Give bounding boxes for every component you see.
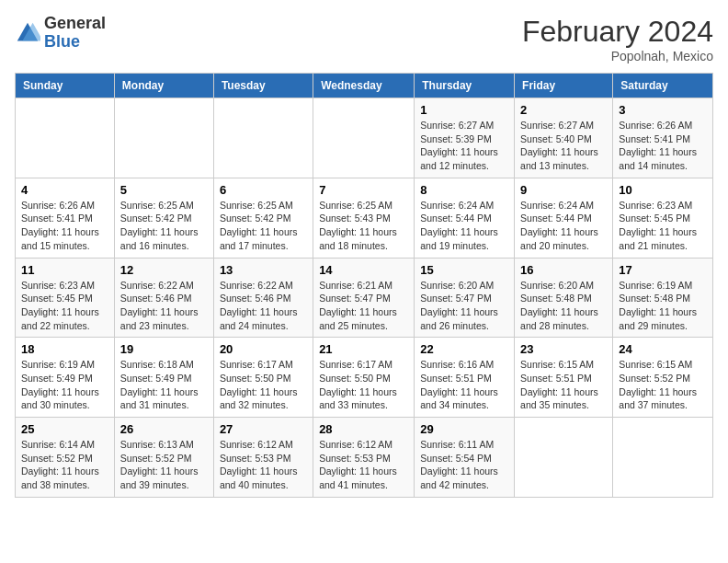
day-number: 23 — [520, 342, 607, 356]
day-number: 3 — [619, 103, 707, 117]
header-tuesday: Tuesday — [213, 74, 313, 98]
day-info: Sunrise: 6:25 AMSunset: 5:42 PMDaylight:… — [120, 199, 208, 253]
day-cell: 10Sunrise: 6:23 AMSunset: 5:45 PMDayligh… — [613, 178, 713, 258]
day-info: Sunrise: 6:20 AMSunset: 5:48 PMDaylight:… — [520, 279, 607, 333]
day-cell: 27Sunrise: 6:12 AMSunset: 5:53 PMDayligh… — [213, 418, 313, 498]
day-info: Sunrise: 6:26 AMSunset: 5:41 PMDaylight:… — [21, 199, 108, 253]
day-number: 12 — [120, 263, 208, 277]
day-cell: 24Sunrise: 6:15 AMSunset: 5:52 PMDayligh… — [613, 338, 713, 418]
calendar-table: Sunday Monday Tuesday Wednesday Thursday… — [15, 73, 713, 498]
day-info: Sunrise: 6:27 AMSunset: 5:40 PMDaylight:… — [520, 119, 607, 173]
week-row-4: 25Sunrise: 6:14 AMSunset: 5:52 PMDayligh… — [16, 418, 713, 498]
day-cell: 6Sunrise: 6:25 AMSunset: 5:42 PMDaylight… — [213, 178, 313, 258]
day-cell — [16, 98, 115, 178]
calendar-header: Sunday Monday Tuesday Wednesday Thursday… — [16, 74, 713, 98]
day-info: Sunrise: 6:20 AMSunset: 5:47 PMDaylight:… — [420, 279, 508, 333]
page-header: General Blue February 2024 Popolnah, Mex… — [15, 15, 713, 63]
day-number: 26 — [120, 422, 208, 436]
day-info: Sunrise: 6:25 AMSunset: 5:42 PMDaylight:… — [220, 199, 307, 253]
day-number: 17 — [619, 263, 707, 277]
day-cell: 9Sunrise: 6:24 AMSunset: 5:44 PMDaylight… — [515, 178, 613, 258]
day-info: Sunrise: 6:15 AMSunset: 5:52 PMDaylight:… — [619, 358, 707, 412]
day-cell — [313, 98, 415, 178]
month-title: February 2024 — [522, 15, 713, 49]
day-number: 11 — [21, 263, 108, 277]
day-number: 9 — [520, 183, 607, 197]
day-number: 10 — [619, 183, 707, 197]
header-row: Sunday Monday Tuesday Wednesday Thursday… — [16, 74, 713, 98]
day-cell — [613, 418, 713, 498]
day-info: Sunrise: 6:11 AMSunset: 5:54 PMDaylight:… — [420, 438, 508, 492]
header-sunday: Sunday — [16, 74, 115, 98]
day-number: 21 — [319, 342, 408, 356]
day-cell — [213, 98, 313, 178]
day-cell — [515, 418, 613, 498]
day-cell: 11Sunrise: 6:23 AMSunset: 5:45 PMDayligh… — [16, 258, 115, 338]
week-row-3: 18Sunrise: 6:19 AMSunset: 5:49 PMDayligh… — [16, 338, 713, 418]
week-row-1: 4Sunrise: 6:26 AMSunset: 5:41 PMDaylight… — [16, 178, 713, 258]
day-cell: 3Sunrise: 6:26 AMSunset: 5:41 PMDaylight… — [613, 98, 713, 178]
day-cell: 25Sunrise: 6:14 AMSunset: 5:52 PMDayligh… — [16, 418, 115, 498]
day-number: 25 — [21, 422, 108, 436]
day-cell: 2Sunrise: 6:27 AMSunset: 5:40 PMDaylight… — [515, 98, 613, 178]
day-cell: 12Sunrise: 6:22 AMSunset: 5:46 PMDayligh… — [114, 258, 213, 338]
day-cell: 18Sunrise: 6:19 AMSunset: 5:49 PMDayligh… — [16, 338, 115, 418]
day-number: 19 — [120, 342, 208, 356]
header-wednesday: Wednesday — [313, 74, 415, 98]
calendar-body: 1Sunrise: 6:27 AMSunset: 5:39 PMDaylight… — [16, 98, 713, 498]
day-info: Sunrise: 6:24 AMSunset: 5:44 PMDaylight:… — [420, 199, 508, 253]
day-number: 2 — [520, 103, 607, 117]
day-info: Sunrise: 6:26 AMSunset: 5:41 PMDaylight:… — [619, 119, 707, 173]
day-info: Sunrise: 6:16 AMSunset: 5:51 PMDaylight:… — [420, 358, 508, 412]
day-info: Sunrise: 6:17 AMSunset: 5:50 PMDaylight:… — [319, 358, 408, 412]
day-number: 7 — [319, 183, 408, 197]
day-number: 14 — [319, 263, 408, 277]
day-info: Sunrise: 6:14 AMSunset: 5:52 PMDaylight:… — [21, 438, 108, 492]
day-info: Sunrise: 6:23 AMSunset: 5:45 PMDaylight:… — [21, 279, 108, 333]
day-info: Sunrise: 6:22 AMSunset: 5:46 PMDaylight:… — [120, 279, 208, 333]
day-number: 27 — [220, 422, 307, 436]
day-info: Sunrise: 6:19 AMSunset: 5:49 PMDaylight:… — [21, 358, 108, 412]
day-number: 16 — [520, 263, 607, 277]
day-number: 20 — [220, 342, 307, 356]
day-number: 6 — [220, 183, 307, 197]
day-info: Sunrise: 6:12 AMSunset: 5:53 PMDaylight:… — [220, 438, 307, 492]
title-block: February 2024 Popolnah, Mexico — [522, 15, 713, 63]
day-cell: 15Sunrise: 6:20 AMSunset: 5:47 PMDayligh… — [415, 258, 515, 338]
day-cell: 23Sunrise: 6:15 AMSunset: 5:51 PMDayligh… — [515, 338, 613, 418]
day-number: 15 — [420, 263, 508, 277]
day-info: Sunrise: 6:19 AMSunset: 5:48 PMDaylight:… — [619, 279, 707, 333]
day-cell: 8Sunrise: 6:24 AMSunset: 5:44 PMDaylight… — [415, 178, 515, 258]
logo-general: General — [44, 15, 106, 33]
day-number: 24 — [619, 342, 707, 356]
day-info: Sunrise: 6:25 AMSunset: 5:43 PMDaylight:… — [319, 199, 408, 253]
day-cell: 13Sunrise: 6:22 AMSunset: 5:46 PMDayligh… — [213, 258, 313, 338]
day-cell: 14Sunrise: 6:21 AMSunset: 5:47 PMDayligh… — [313, 258, 415, 338]
header-friday: Friday — [515, 74, 613, 98]
week-row-2: 11Sunrise: 6:23 AMSunset: 5:45 PMDayligh… — [16, 258, 713, 338]
day-number: 13 — [220, 263, 307, 277]
day-number: 28 — [319, 422, 408, 436]
day-number: 5 — [120, 183, 208, 197]
day-cell: 28Sunrise: 6:12 AMSunset: 5:53 PMDayligh… — [313, 418, 415, 498]
day-number: 8 — [420, 183, 508, 197]
day-info: Sunrise: 6:15 AMSunset: 5:51 PMDaylight:… — [520, 358, 607, 412]
day-cell: 26Sunrise: 6:13 AMSunset: 5:52 PMDayligh… — [114, 418, 213, 498]
logo: General Blue — [15, 15, 106, 52]
day-cell: 4Sunrise: 6:26 AMSunset: 5:41 PMDaylight… — [16, 178, 115, 258]
day-number: 29 — [420, 422, 508, 436]
day-cell: 19Sunrise: 6:18 AMSunset: 5:49 PMDayligh… — [114, 338, 213, 418]
day-cell: 5Sunrise: 6:25 AMSunset: 5:42 PMDaylight… — [114, 178, 213, 258]
day-number: 18 — [21, 342, 108, 356]
day-number: 4 — [21, 183, 108, 197]
day-info: Sunrise: 6:17 AMSunset: 5:50 PMDaylight:… — [220, 358, 307, 412]
day-info: Sunrise: 6:21 AMSunset: 5:47 PMDaylight:… — [319, 279, 408, 333]
day-number: 22 — [420, 342, 508, 356]
day-info: Sunrise: 6:23 AMSunset: 5:45 PMDaylight:… — [619, 199, 707, 253]
day-info: Sunrise: 6:24 AMSunset: 5:44 PMDaylight:… — [520, 199, 607, 253]
week-row-0: 1Sunrise: 6:27 AMSunset: 5:39 PMDaylight… — [16, 98, 713, 178]
day-info: Sunrise: 6:13 AMSunset: 5:52 PMDaylight:… — [120, 438, 208, 492]
day-number: 1 — [420, 103, 508, 117]
day-info: Sunrise: 6:18 AMSunset: 5:49 PMDaylight:… — [120, 358, 208, 412]
day-info: Sunrise: 6:22 AMSunset: 5:46 PMDaylight:… — [220, 279, 307, 333]
